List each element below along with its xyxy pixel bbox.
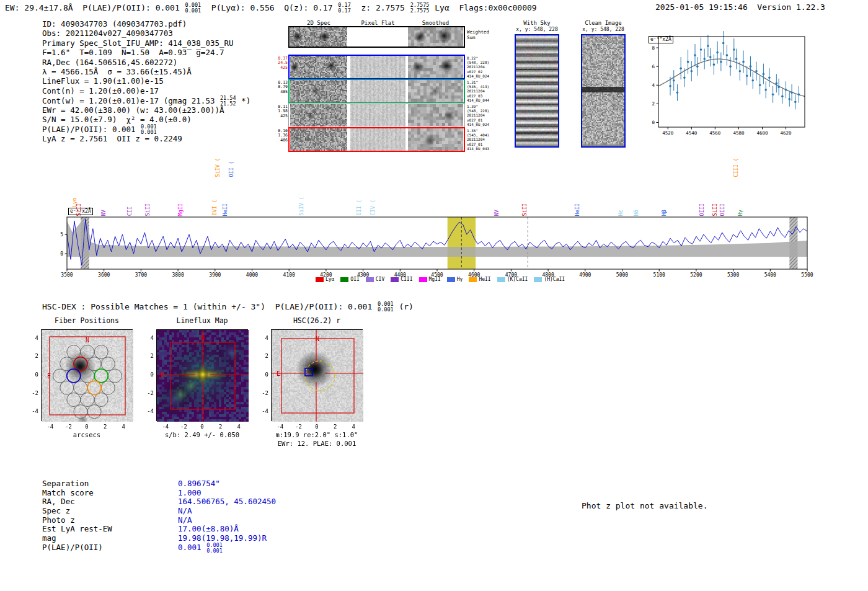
x-tick-label: 4800 (542, 272, 554, 278)
match-table-row: P(LAE)/P(OII)0.001 0.0010.001 (42, 543, 276, 552)
cutout-annotation-line: 20211204 (467, 113, 505, 117)
cutout-annotation-line: (545, 413) (467, 84, 505, 89)
panel-x-tick-label: 2 (100, 424, 111, 430)
info-line: Primary Spec_Slot_IFU_AMP: 414_038_035_R… (42, 38, 250, 48)
fiber-circle (81, 369, 94, 383)
x-tick-label: 4700 (505, 272, 517, 278)
data-point (709, 56, 712, 58)
flat-cutout-row1 (350, 27, 405, 47)
match-table-value: N/A (178, 515, 192, 525)
text-segment: Lyα Flags:0x00c00009 (430, 3, 536, 12)
fiber-circle (81, 393, 94, 406)
panel-y-tick-label: 0 (26, 371, 38, 378)
emission-line-label: OIII (699, 203, 705, 216)
fiber-circle (67, 393, 81, 406)
cutout-annotation-line: 1.39" (467, 104, 505, 109)
x-tick-label: 4560 (709, 130, 721, 136)
panel-x-tick-label: -4 (45, 424, 56, 430)
match-table-value: 1.000 (178, 488, 202, 497)
spec2d-cutout-row2 (290, 56, 347, 78)
emission-line-label: CIV ( (370, 200, 376, 216)
x-tick-label: 4400 (394, 272, 406, 278)
match-table-label: Match score (42, 488, 178, 497)
smoothed-cutout-row5 (408, 128, 463, 151)
emission-line-label: SiII (712, 203, 718, 216)
emission-line-label: NV (494, 210, 500, 216)
text-segment: 1.000 (178, 488, 202, 497)
fiber-circle (53, 369, 67, 383)
text-segment: 0.896754" (178, 479, 220, 488)
emission-line-label: OIII (719, 203, 725, 216)
extraction-region-box (50, 337, 125, 415)
with-sky-title: With Sky (508, 20, 565, 26)
info-line: F=1.6" T=0.109 N̅=1.50 A=0.93̅ g̅=24.7 (42, 48, 250, 57)
data-point (755, 70, 758, 73)
panel-y-tick-label: 4 (26, 335, 38, 341)
text-segment: 164.506765, 45.602450 (178, 497, 276, 506)
text-segment: LineFlux = 1.90(±1.00)e-15 (42, 76, 164, 86)
spectrum-line (67, 219, 807, 265)
gaussian-fit-curve (658, 59, 805, 96)
stacked-uncertainty: 2.75752.7575 (410, 2, 430, 14)
x-tick-label: 3700 (135, 272, 147, 278)
text-segment: N/A (178, 506, 192, 515)
panel-y-tick-label: 0 (256, 371, 268, 378)
fiber-circle (108, 369, 122, 383)
fiber-circle (81, 345, 94, 359)
highlight-fiber-circle (74, 357, 87, 371)
data-point (713, 63, 715, 66)
fiber-circle (74, 381, 87, 394)
emission-line-label: OII ( (356, 200, 362, 216)
data-point (700, 48, 702, 51)
spec2d-cutout-row5 (290, 128, 347, 151)
fiber-circle (87, 357, 101, 371)
data-point (739, 70, 742, 73)
text-segment: (r) (394, 302, 414, 311)
flat-cutout-row2 (350, 56, 405, 78)
text-segment: *) (237, 96, 251, 105)
emission-line-label: NV (100, 210, 107, 216)
emission-line-label: OVI ( (211, 200, 218, 216)
cutout-row-metrics: 0.3724.5425 (270, 56, 288, 70)
data-point (683, 76, 686, 79)
data-point (729, 65, 732, 68)
cutout-annotation-line: v027_01 (467, 142, 505, 146)
column-header-smoothed: Smoothed (408, 20, 463, 26)
text-segment: Cont(w) = 1.20(±0.01)e-17 (gmag 21.53 (42, 96, 219, 105)
cutout-annotation-line: 414_RU_043 (467, 146, 505, 151)
fiber-circle (101, 357, 115, 371)
fiber-circle (60, 357, 74, 371)
info-line: EWr = 42.00(±38.00) (w: 43.00(±23.00))Å (42, 105, 250, 115)
text-segment: Primary Spec_Slot_IFU_AMP: 414_038_035_R… (42, 38, 234, 48)
panel-y-tick-label: -4 (256, 408, 268, 414)
lineflux-overlay: NE (157, 330, 249, 422)
emission-line-label: MgII (177, 203, 184, 216)
match-table-row: Separation0.896754" (42, 479, 276, 488)
emission-line-label: OII ( (228, 161, 234, 177)
cutout-row-metrics: 0.101.36406 (270, 129, 288, 143)
fiber-circle (60, 381, 74, 394)
info-line: S/N = 15.0(±7.9) χ² = 4.0(±0.0) (42, 115, 250, 124)
y-tick-label: 0 (652, 120, 655, 125)
cutout-annotation-line: 20211204 (467, 64, 505, 69)
hsc-panel-title: HSC(26.2) r (271, 316, 363, 325)
x-tick-label: 4600 (468, 272, 480, 278)
full-spectrum-plot: 0535003600370038003900400041004200430044… (55, 217, 808, 279)
text-segment: λ = 4566.15Å σ = 33.66(±15.45)Å (42, 67, 192, 76)
emission-line-label: Hδ (633, 210, 639, 216)
cutout-annotation-line: v027_01 (467, 118, 505, 122)
fiber-positions-overlay: NE (42, 330, 133, 422)
match-table-label: Photo z (42, 515, 178, 525)
data-point (735, 58, 738, 60)
match-table-value: 0.896754" (178, 479, 220, 488)
panel-y-tick-label: 0 (141, 371, 154, 378)
hsc-image-panel: NE (271, 329, 363, 421)
cutout-row-annotations: 0.22"(548, 228)20211204v027_02414_RU_024 (467, 56, 505, 78)
data-point (742, 61, 745, 63)
emission-line-label: Hγ (737, 210, 743, 216)
cutout-annotation-line: 414_RU_024 (467, 122, 505, 127)
x-tick-label: 4000 (246, 272, 258, 278)
info-line: LineFlux = 1.90(±1.00)e-15 (42, 76, 250, 86)
cutout-metric-line: 425 (270, 66, 288, 70)
hsc-caption-2: EWr: 12. PLAE: 0.001 (271, 440, 363, 447)
